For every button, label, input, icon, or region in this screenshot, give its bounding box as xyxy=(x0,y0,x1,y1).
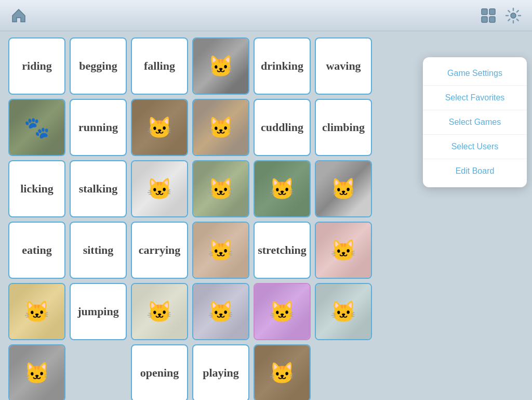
cat-run-image: 🐱 xyxy=(255,161,310,216)
svg-rect-0 xyxy=(482,9,487,15)
card-licking[interactable]: licking xyxy=(8,160,65,217)
card-img-bird[interactable]: 🐱 xyxy=(8,344,65,400)
cat-bowl-image: 🐱 xyxy=(316,223,371,278)
cat-yarn-image: 🐱 xyxy=(193,38,248,94)
settings-button[interactable] xyxy=(503,5,524,26)
card-img-hang[interactable]: 🐱 xyxy=(192,99,249,156)
cat-treeside-image: 🐾 xyxy=(9,100,64,155)
card-drinking[interactable]: drinking xyxy=(254,37,311,95)
card-jumping[interactable]: jumping xyxy=(70,283,127,340)
card-img-tree[interactable]: 🐱 xyxy=(131,99,188,156)
cat-stretch-image: 🐱 xyxy=(316,284,371,339)
svg-rect-1 xyxy=(489,9,495,15)
empty-card-1 xyxy=(70,344,127,400)
kitten-yellow-image: 🐱 xyxy=(9,284,64,339)
card-grid: riding begging falling 🐱 drinking waving… xyxy=(8,37,372,400)
card-img-white-cat[interactable]: 🐱 xyxy=(131,160,188,217)
card-img-paw[interactable]: 🐱 xyxy=(192,222,249,279)
cat-bw-image: 🐱 xyxy=(316,161,371,216)
card-opening[interactable]: opening xyxy=(131,344,188,400)
card-running[interactable]: running xyxy=(70,99,127,156)
card-riding[interactable]: riding xyxy=(8,37,65,95)
dropdown-menu: Game Settings Select Favorites Select Ga… xyxy=(423,57,527,187)
header xyxy=(0,0,532,31)
cat-bird-image: 🐱 xyxy=(9,345,64,400)
menu-item-select-games[interactable]: Select Games xyxy=(423,110,527,135)
card-img-kitten-y[interactable]: 🐱 xyxy=(8,283,65,340)
card-img-purple[interactable]: 🐱 xyxy=(254,283,311,340)
card-img-bowl[interactable]: 🐱 xyxy=(315,222,372,279)
svg-rect-2 xyxy=(482,17,487,22)
card-img-run[interactable]: 🐱 xyxy=(254,160,311,217)
cat-room-image: 🐱 xyxy=(132,284,187,339)
cat-hang-image: 🐱 xyxy=(193,100,248,155)
card-sitting[interactable]: sitting xyxy=(70,222,127,279)
menu-item-select-users[interactable]: Select Users xyxy=(423,135,527,159)
cat-drinking-image: 🐱 xyxy=(193,284,248,339)
card-img-cat-face[interactable]: 🐱 xyxy=(192,160,249,217)
card-waving[interactable]: waving xyxy=(315,37,372,95)
svg-rect-3 xyxy=(489,17,495,22)
group-button[interactable] xyxy=(478,5,499,26)
menu-item-edit-board[interactable]: Edit Board xyxy=(423,159,527,183)
header-right-icons xyxy=(478,5,524,26)
card-img-room[interactable]: 🐱 xyxy=(131,283,188,340)
card-stalking[interactable]: stalking xyxy=(70,160,127,217)
card-climbing[interactable]: climbing xyxy=(315,99,372,156)
card-falling[interactable]: falling xyxy=(131,37,188,95)
card-img-yarn[interactable]: 🐱 xyxy=(192,37,249,95)
cat-paw-image: 🐱 xyxy=(193,223,248,278)
card-img-treeside[interactable]: 🐾 xyxy=(8,99,65,156)
card-cuddling[interactable]: cuddling xyxy=(254,99,311,156)
card-img-bw[interactable]: 🐱 xyxy=(315,160,372,217)
card-playing[interactable]: playing xyxy=(192,344,249,400)
cats-running-image: 🐱 xyxy=(255,345,310,400)
main-content: riding begging falling 🐱 drinking waving… xyxy=(0,31,532,400)
home-button[interactable] xyxy=(8,5,29,26)
card-img-cats-running[interactable]: 🐱 xyxy=(254,344,311,400)
card-img-stretch[interactable]: 🐱 xyxy=(315,283,372,340)
cat-purple-image: 🐱 xyxy=(255,284,310,339)
cat-face-image: 🐱 xyxy=(193,161,248,216)
menu-item-select-favorites[interactable]: Select Favorites xyxy=(423,86,527,110)
empty-card-2 xyxy=(315,344,372,400)
cat-tree-image: 🐱 xyxy=(132,100,187,155)
white-cat-image: 🐱 xyxy=(132,161,187,216)
svg-point-4 xyxy=(511,13,516,18)
card-carrying[interactable]: carrying xyxy=(131,222,188,279)
menu-item-game-settings[interactable]: Game Settings xyxy=(423,61,527,86)
card-stretching[interactable]: stretching xyxy=(254,222,311,279)
card-begging[interactable]: begging xyxy=(70,37,127,95)
card-img-drinking[interactable]: 🐱 xyxy=(192,283,249,340)
card-eating[interactable]: eating xyxy=(8,222,65,279)
